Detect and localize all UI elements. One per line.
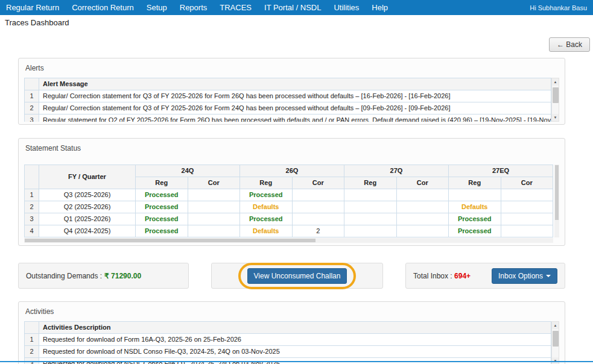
statement-vertical-scrollbar[interactable] [554, 165, 559, 237]
status-cell [292, 213, 344, 225]
unconsumed-challan-box: View Unconsumed Challan [211, 263, 383, 289]
stmt-row-number: 2 [25, 201, 39, 213]
status-cell: Processed [449, 225, 501, 237]
activity-row: 1 Requested for download of Form 16A-Q3,… [25, 334, 551, 346]
status-cell [344, 201, 397, 213]
scrollbar-thumb[interactable] [555, 165, 559, 220]
scrollbar-thumb[interactable] [25, 239, 316, 242]
status-cell: Processed [240, 189, 293, 201]
alerts-number-header [25, 78, 39, 90]
activity-row-number: 1 [25, 334, 39, 346]
statement-status-table: FY / Quarter 24Q 26Q 27Q 27EQ Reg Cor Re… [24, 165, 553, 237]
scrollbar-thumb[interactable] [553, 331, 559, 347]
activities-number-header [25, 322, 39, 334]
inbox-box: Total Inbox : 694+ Inbox Options [405, 263, 565, 289]
alerts-panel-title: Alerts [24, 62, 559, 78]
status-cell: 2 [292, 225, 344, 237]
status-cell [396, 201, 449, 213]
user-greeting: Hi Subhankar Basu [530, 4, 587, 11]
status-cell [501, 213, 553, 225]
stmt-row-number: 3 [25, 213, 39, 225]
nav-items: Regular Return Correction Return Setup R… [6, 3, 388, 12]
nav-traces[interactable]: TRACES [220, 3, 252, 12]
outstanding-demands-label: Outstanding Demands : [26, 272, 102, 280]
scroll-down-icon[interactable]: ▼ [552, 114, 559, 121]
alert-message: Regular statement for Q2 of FY 2025-2026… [39, 115, 551, 122]
summary-row: Outstanding Demands : ₹ 71290.00 View Un… [18, 263, 565, 289]
status-cell [449, 189, 501, 201]
form-group-26q: 26Q [240, 165, 344, 177]
status-cell [396, 189, 449, 201]
alert-message: Regular/ Correction statement for Q3 of … [39, 102, 551, 115]
view-unconsumed-challan-button[interactable]: View Unconsumed Challan [247, 268, 347, 284]
form-group-24q: 24Q [136, 165, 240, 177]
activities-panel: Activities Activities Description 1 Requ… [18, 301, 565, 364]
status-cell: Processed [240, 213, 293, 225]
inbox-options-label: Inbox Options [498, 272, 543, 280]
status-cell: Defaults [240, 201, 293, 213]
alert-message: Regular/ Correction statement for Q3 of … [39, 90, 551, 102]
alerts-table: Alert Message 1 Regular/ Correction stat… [24, 78, 551, 122]
status-cell: Processed [136, 213, 188, 225]
status-cell [501, 225, 553, 237]
alerts-column-header: Alert Message [39, 78, 551, 90]
statement-horizontal-scrollbar[interactable] [24, 238, 553, 243]
statement-row: 2 Q2 (2025-2026) Processed Defaults Defa… [25, 201, 553, 213]
alerts-table-container: Alert Message 1 Regular/ Correction stat… [24, 78, 559, 122]
quarter-cell: Q2 (2025-2026) [39, 201, 136, 213]
scroll-up-icon[interactable]: ▲ [552, 78, 559, 86]
scroll-up-icon[interactable]: ▲ [552, 322, 559, 329]
status-cell [188, 213, 240, 225]
statement-status-panel: Statement Status FY / Quarter 24Q 26Q 27… [18, 138, 565, 246]
alerts-vertical-scrollbar[interactable]: ▲ ▼ [551, 78, 559, 122]
statement-row: 4 Q4 (2024-2025) Processed Defaults 2 Pr… [25, 225, 553, 237]
outstanding-demands-box: Outstanding Demands : ₹ 71290.00 [18, 263, 189, 289]
quarter-cell: Q4 (2024-2025) [39, 225, 136, 237]
inbox-options-button[interactable]: Inbox Options [492, 268, 557, 284]
status-cell [292, 201, 344, 213]
subheader-cor: Cor [188, 177, 240, 189]
nav-reports[interactable]: Reports [180, 3, 208, 12]
scrollbar-thumb[interactable] [553, 87, 559, 103]
alert-row-number: 1 [25, 90, 39, 102]
alerts-panel: Alerts Alert Message 1 Regular/ Correcti… [18, 58, 565, 125]
subheader-cor: Cor [396, 177, 449, 189]
alert-row: 3 Regular statement for Q2 of FY 2025-20… [25, 115, 551, 122]
nav-regular-return[interactable]: Regular Return [6, 3, 59, 12]
total-inbox-text: Total Inbox : 694+ [413, 272, 471, 280]
status-cell: Processed [136, 201, 188, 213]
stmt-number-header [25, 165, 39, 189]
footer-divider [0, 361, 593, 362]
status-cell [396, 213, 449, 225]
status-cell [396, 225, 449, 237]
nav-help[interactable]: Help [372, 3, 388, 12]
alert-row: 2 Regular/ Correction statement for Q3 o… [25, 102, 551, 115]
nav-setup[interactable]: Setup [147, 3, 167, 12]
activities-column-header: Activities Description [39, 322, 551, 334]
back-button[interactable]: ← Back [549, 37, 590, 52]
statement-status-table-container: FY / Quarter 24Q 26Q 27Q 27EQ Reg Cor Re… [24, 165, 559, 243]
toolbar: ← Back [0, 30, 593, 58]
nav-it-portal-nsdl[interactable]: IT Portal / NSDL [264, 3, 321, 12]
subheader-reg: Reg [136, 177, 188, 189]
status-cell: Processed [136, 189, 188, 201]
activity-description: Requested for download of NSDL Conso Fil… [39, 346, 551, 358]
status-cell [188, 225, 240, 237]
status-cell: Processed [136, 225, 188, 237]
subheader-reg: Reg [240, 177, 293, 189]
status-cell: Processed [449, 213, 501, 225]
caret-down-icon [546, 275, 551, 277]
back-arrow-icon: ← [557, 40, 564, 49]
stmt-row-number: 4 [25, 225, 39, 237]
back-label: Back [566, 40, 582, 49]
form-group-27q: 27Q [344, 165, 449, 177]
nav-correction-return[interactable]: Correction Return [72, 3, 134, 12]
subheader-cor: Cor [292, 177, 344, 189]
highlight-ellipse: View Unconsumed Challan [238, 263, 357, 289]
total-inbox-count: 694+ [454, 272, 471, 280]
nav-utilities[interactable]: Utilities [334, 3, 359, 12]
status-cell [344, 189, 397, 201]
activities-table: Activities Description 1 Requested for d… [24, 321, 551, 364]
activities-vertical-scrollbar[interactable]: ▲ ▼ [551, 321, 559, 364]
activities-table-container: Activities Description 1 Requested for d… [24, 321, 559, 364]
